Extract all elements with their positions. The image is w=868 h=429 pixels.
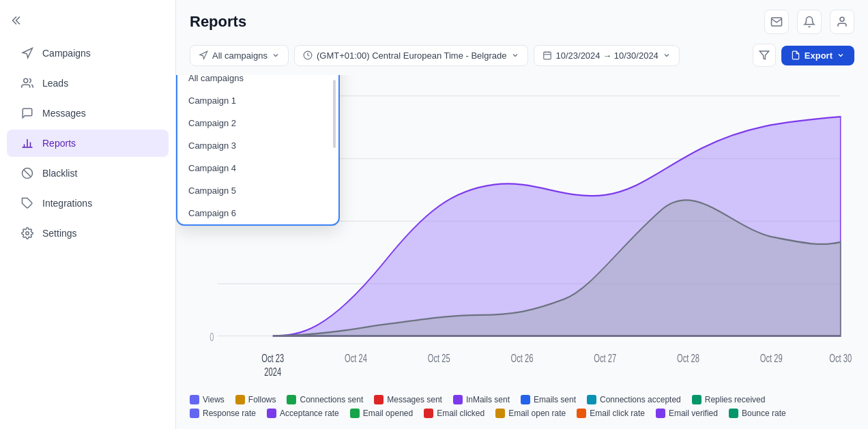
legend-label-connections-accepted: Connections accepted <box>600 395 681 404</box>
legend-email-verified[interactable]: Email verified <box>656 409 718 418</box>
svg-text:Oct 27: Oct 27 <box>594 351 616 364</box>
dropdown-item-3[interactable]: Campaign 3 <box>177 134 338 157</box>
dropdown-item-6[interactable]: Campaign 6 <box>177 202 338 224</box>
svg-text:Oct 25: Oct 25 <box>428 351 450 364</box>
svg-rect-10 <box>543 52 551 59</box>
legend-acceptance-rate[interactable]: Acceptance rate <box>267 409 339 418</box>
legend-dot-messages-sent <box>374 395 384 404</box>
legend-dot-connections-accepted <box>587 395 596 404</box>
main-content: Reports All campaigns (GMT+01:00) Centra… <box>176 0 868 429</box>
date-range-button[interactable]: 10/23/2024 → 10/30/2024 <box>534 45 680 66</box>
legend-label-acceptance-rate: Acceptance rate <box>280 409 339 418</box>
users-icon <box>20 76 34 90</box>
legend-label-views: Views <box>203 395 225 404</box>
legend-replies-received[interactable]: Replies received <box>692 395 766 404</box>
export-button[interactable]: Export <box>781 46 854 65</box>
legend-dot-email-click-rate <box>577 409 586 418</box>
legend-label-email-verified: Email verified <box>669 409 718 418</box>
sidebar: Campaigns Leads Messages Reports Blackli… <box>0 0 176 429</box>
legend-dot-bounce-rate <box>729 409 738 418</box>
sidebar-item-reports[interactable]: Reports <box>7 130 169 157</box>
legend-response-rate[interactable]: Response rate <box>190 409 256 418</box>
export-label: Export <box>805 50 833 61</box>
legend-dot-follows <box>235 395 245 404</box>
sidebar-item-campaigns[interactable]: Campaigns <box>7 40 169 67</box>
svg-text:Oct 29: Oct 29 <box>760 351 783 364</box>
dropdown-item-2[interactable]: Campaign 2 <box>177 112 338 134</box>
svg-text:Oct 28: Oct 28 <box>677 351 699 364</box>
legend-follows[interactable]: Follows <box>235 395 276 404</box>
megaphone-icon <box>20 46 34 60</box>
legend-dot-response-rate <box>190 409 199 418</box>
dropdown-item-all[interactable]: All campaigns <box>177 75 338 89</box>
bell-icon-button[interactable] <box>797 10 822 34</box>
legend-label-inmails-sent: InMails sent <box>466 395 510 404</box>
sidebar-item-integrations[interactable]: Integrations <box>7 190 169 217</box>
date-range-label: 10/23/2024 → 10/30/2024 <box>556 50 659 61</box>
sidebar-item-settings[interactable]: Settings <box>7 220 169 247</box>
legend-connections-accepted[interactable]: Connections accepted <box>587 395 681 404</box>
legend-emails-sent[interactable]: Emails sent <box>521 395 576 404</box>
sidebar-item-blacklist[interactable]: Blacklist <box>7 160 169 187</box>
legend-dot-email-clicked <box>424 409 433 418</box>
campaign-selector-button[interactable]: All campaigns <box>190 45 289 66</box>
svg-text:Oct 30: Oct 30 <box>829 351 852 364</box>
dropdown-item-4[interactable]: Campaign 4 <box>177 157 338 179</box>
legend-messages-sent[interactable]: Messages sent <box>374 395 442 404</box>
svg-text:2024: 2024 <box>264 365 281 378</box>
legend-label-replies-received: Replies received <box>705 395 766 404</box>
chart-icon <box>20 136 34 150</box>
legend-dot-email-verified <box>656 409 665 418</box>
legend-row-2: Response rate Acceptance rate Email open… <box>190 409 854 418</box>
legend-connections-sent[interactable]: Connections sent <box>287 395 363 404</box>
legend-label-follows: Follows <box>248 395 276 404</box>
legend-label-email-click-rate: Email click rate <box>590 409 645 418</box>
campaign-dropdown: All campaigns Campaign 1 Campaign 2 Camp… <box>176 75 340 226</box>
legend-views[interactable]: Views <box>190 395 225 404</box>
legend-label-email-open-rate: Email open rate <box>508 409 566 418</box>
legend-label-bounce-rate: Bounce rate <box>742 409 786 418</box>
svg-text:Oct 26: Oct 26 <box>511 351 534 364</box>
legend-dot-email-opened <box>350 409 360 418</box>
svg-point-0 <box>24 78 28 83</box>
legend-label-email-clicked: Email clicked <box>437 409 484 418</box>
legend-dot-connections-sent <box>287 395 296 404</box>
legend-dot-views <box>190 395 199 404</box>
settings-icon <box>20 226 34 240</box>
chart-area: All campaigns Campaign 1 Campaign 2 Camp… <box>176 75 868 388</box>
legend-email-open-rate[interactable]: Email open rate <box>495 409 566 418</box>
block-icon <box>20 166 34 180</box>
header-actions <box>764 10 854 34</box>
legend-label-emails-sent: Emails sent <box>534 395 576 404</box>
legend-label-messages-sent: Messages sent <box>387 395 442 404</box>
sidebar-item-messages[interactable]: Messages <box>7 100 169 127</box>
legend-email-opened[interactable]: Email opened <box>350 409 413 418</box>
timezone-label: (GMT+01:00) Central European Time - Belg… <box>317 50 507 61</box>
legend-row-1: Views Follows Connections sent Messages … <box>190 395 854 404</box>
legend-inmails-sent[interactable]: InMails sent <box>453 395 510 404</box>
svg-marker-14 <box>760 51 768 59</box>
legend-email-click-rate[interactable]: Email click rate <box>577 409 645 418</box>
legend-dot-email-open-rate <box>495 409 505 418</box>
legend-dot-acceptance-rate <box>267 409 276 418</box>
legend-label-response-rate: Response rate <box>203 409 256 418</box>
chat-icon <box>20 106 34 120</box>
legend-email-clicked[interactable]: Email clicked <box>424 409 484 418</box>
filter-button[interactable] <box>753 44 776 67</box>
legend-dot-replies-received <box>692 395 701 404</box>
dropdown-item-5[interactable]: Campaign 5 <box>177 179 338 202</box>
user-icon-button[interactable] <box>830 10 854 34</box>
back-button[interactable] <box>0 8 175 33</box>
timezone-selector-button[interactable]: (GMT+01:00) Central European Time - Belg… <box>294 45 528 66</box>
chart-legend: Views Follows Connections sent Messages … <box>176 388 868 429</box>
svg-text:0: 0 <box>209 331 214 344</box>
sidebar-item-leads[interactable]: Leads <box>7 70 169 97</box>
page-title: Reports <box>190 13 246 31</box>
dropdown-item-1[interactable]: Campaign 1 <box>177 89 338 112</box>
legend-label-connections-sent: Connections sent <box>300 395 363 404</box>
email-icon-button[interactable] <box>764 10 789 34</box>
svg-point-7 <box>26 232 29 235</box>
campaign-selector-label: All campaigns <box>212 50 267 61</box>
legend-bounce-rate[interactable]: Bounce rate <box>729 409 786 418</box>
legend-dot-emails-sent <box>521 395 530 404</box>
